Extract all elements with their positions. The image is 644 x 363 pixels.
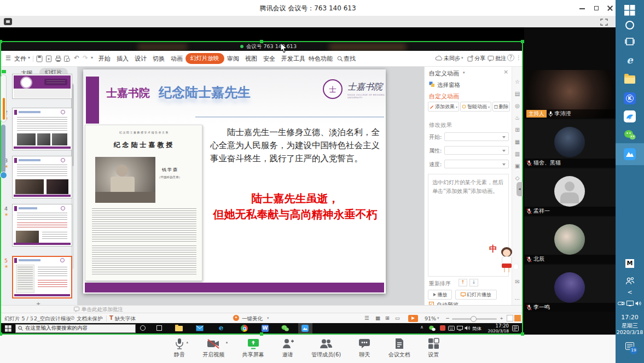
os-cortana-icon[interactable]	[616, 21, 644, 30]
os-wechat-icon[interactable]	[616, 130, 644, 140]
file-menu[interactable]: 文件	[14, 55, 26, 63]
tab-security[interactable]: 安全	[263, 55, 275, 63]
start-video-button[interactable]: 开启视频 ▴	[202, 338, 224, 359]
start-dropdown[interactable]	[444, 132, 509, 141]
meeting-app-active[interactable]	[298, 323, 312, 333]
os-tray-expand-icon[interactable]: <	[616, 289, 644, 296]
current-slide[interactable]: 士嘉书院 纪念陆士嘉先生 士 士嘉书院 SHIJIA COLLEGE OF BE…	[83, 69, 386, 294]
strip-grid-icon[interactable]: ▦	[512, 139, 523, 145]
slide-thumbnail-5-selected[interactable]	[12, 256, 72, 298]
strip-diamond-icon[interactable]: ◇	[512, 175, 523, 181]
os-meeting-app-active[interactable]	[616, 143, 644, 165]
wps-icon[interactable]: W	[262, 325, 269, 332]
tray-keyboard-icon[interactable]	[448, 326, 455, 331]
slide-college-name[interactable]: 士嘉书院	[106, 86, 150, 101]
print-preview-icon[interactable]	[63, 55, 71, 62]
os-edge-icon[interactable]: e	[616, 54, 644, 66]
undo-icon[interactable]: ↶	[74, 54, 79, 62]
os-clock-day[interactable]: 星期三	[616, 322, 644, 330]
anim-panel-close-icon[interactable]: ×	[503, 68, 508, 75]
zoom-out-button[interactable]: −	[445, 315, 450, 321]
mute-button[interactable]: 静音 ▴	[174, 338, 185, 359]
smart-anim-button[interactable]: 智能动画▾	[460, 102, 491, 112]
strip-target-icon[interactable]: ◎	[512, 103, 523, 109]
action-center-icon[interactable]	[512, 325, 519, 331]
mic-caret-icon[interactable]: ▴	[186, 340, 188, 344]
slide-thumbnail-4[interactable]	[12, 204, 72, 247]
restore-button[interactable]	[593, 4, 600, 12]
os-people-icon[interactable]	[616, 277, 644, 285]
tab-review[interactable]: 审阅	[227, 55, 239, 63]
view-slide-icon[interactable]: ▦	[375, 315, 380, 321]
cortana-icon[interactable]	[140, 325, 146, 331]
slideshow-play-icon[interactable]	[408, 315, 418, 322]
tab-devtools[interactable]: 开发工具	[281, 55, 305, 63]
participant-tile-3[interactable]: 孟祥一	[524, 168, 616, 215]
slide-title[interactable]: 纪念陆士嘉先生	[159, 84, 251, 101]
participant-tile-5[interactable]: 李一鸣	[524, 265, 616, 312]
overlay-slider-a[interactable]	[1, 74, 7, 122]
find-label[interactable]: 查找	[344, 55, 356, 63]
strip-spring-icon[interactable]: ♨	[512, 115, 523, 121]
tray-clock[interactable]: 17:20 2020/3/18	[485, 324, 509, 333]
chrome-icon[interactable]	[241, 325, 248, 332]
protect-status[interactable]: 文档未保护	[77, 315, 103, 323]
quickbar-caret-icon[interactable]: ▾	[91, 55, 93, 60]
minimize-button[interactable]	[578, 4, 586, 12]
find-icon[interactable]	[337, 56, 343, 62]
tab-view[interactable]: 视图	[245, 55, 257, 63]
os-ime-indicator[interactable]: M	[616, 259, 644, 268]
share-icon[interactable]	[467, 55, 473, 62]
strip-rows-icon[interactable]: ▥	[512, 151, 523, 157]
slide-body-text[interactable]: 陆士嘉先生一生修身立德、淡泊名利，全心全意为人民服务，为建设中国特色社会主义事业…	[210, 126, 381, 165]
comment-label[interactable]: 批注	[495, 55, 506, 62]
property-dropdown[interactable]	[444, 146, 509, 155]
zoom-in-button[interactable]: ＋	[499, 315, 504, 322]
invite-button[interactable]: 邀请	[282, 338, 294, 359]
slide-red-text[interactable]: 陆士嘉先生虽逝， 但她无私奉献与高尚精神永垂不朽	[205, 191, 386, 223]
tab-design[interactable]: 设计	[135, 55, 147, 63]
strip-mail-icon[interactable]: ✉	[512, 279, 523, 285]
reorder-up-button[interactable]: ↑	[459, 279, 467, 286]
selection-pane-label[interactable]: 选择窗格	[437, 81, 460, 89]
preview-window-icon[interactable]	[4, 18, 12, 25]
zoom-slider[interactable]	[452, 318, 497, 320]
taskview-icon[interactable]	[156, 325, 162, 331]
delete-effect-button[interactable]: 删除	[492, 102, 510, 112]
help-icon[interactable]: ?	[507, 54, 514, 61]
os-dingtalk-icon[interactable]	[616, 110, 644, 122]
strip-block-icon[interactable]: ▣	[512, 163, 523, 169]
slide-thumbnail-2[interactable]	[12, 108, 72, 150]
wechat-icon[interactable]	[281, 325, 289, 332]
speed-dropdown[interactable]	[444, 160, 509, 168]
export-icon[interactable]	[45, 55, 52, 62]
start-button-icon[interactable]	[5, 325, 11, 332]
notes-bar[interactable]: 单击此处添加批注	[1, 305, 522, 313]
template-name[interactable]: 2_空白设计模板	[34, 315, 71, 323]
ribbon-more-icon[interactable]: ⋮	[516, 55, 521, 61]
os-clock-date[interactable]: 2020/3/18	[616, 329, 644, 335]
print-icon[interactable]	[55, 55, 62, 62]
os-tray-icons[interactable]	[616, 301, 644, 306]
redo-icon[interactable]: ↷	[83, 54, 88, 62]
anim-title-caret-icon[interactable]: ▾	[463, 71, 465, 75]
tab-special[interactable]: 特色功能	[309, 55, 333, 63]
slideshow-play-button[interactable]: 幻灯片播放	[455, 290, 497, 300]
view-sorter-icon[interactable]: ⊞	[385, 315, 390, 321]
strip-star-icon[interactable]: ☆	[512, 79, 523, 85]
reorder-down-button[interactable]: ↓	[469, 279, 478, 286]
tab-home[interactable]: 开始	[98, 55, 111, 63]
save-icon[interactable]	[36, 55, 43, 62]
camera-caret-icon[interactable]: ▴	[226, 340, 228, 344]
chat-button[interactable]: 聊天	[358, 338, 370, 359]
beautify-button[interactable]: 一键美化	[242, 315, 263, 323]
manage-members-button[interactable]: 管理成员(6)	[311, 338, 341, 359]
os-explorer-icon[interactable]	[616, 75, 644, 84]
tray-speaker-icon[interactable]	[465, 325, 471, 331]
taskbar-search-box[interactable]: 在这里输入你要搜索的内容	[15, 324, 136, 333]
strip-table-icon[interactable]: ⊞	[512, 127, 523, 133]
play-button[interactable]: 播放	[428, 290, 452, 300]
tray-display-icon[interactable]	[457, 326, 463, 331]
slide-thumbnail-1[interactable]	[12, 74, 72, 99]
participant-tile-4[interactable]: 北辰	[524, 216, 616, 264]
